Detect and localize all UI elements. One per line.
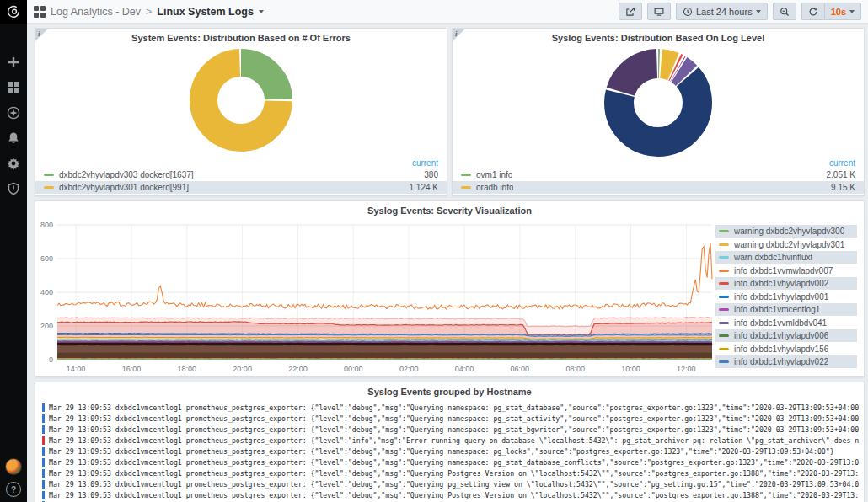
- log-row[interactable]: Mar 29 13:09:53 dxbdc1vmcentlog1 prometh…: [42, 489, 859, 500]
- svg-text:200: 200: [40, 322, 53, 330]
- legend-value: 1.124 K: [410, 183, 438, 192]
- dashboard-grid-icon: [34, 6, 46, 18]
- log-text: Mar 29 13:09:53 dxbdc1vmcentlog1 prometh…: [49, 458, 859, 467]
- graph-legend-item[interactable]: info dxbdc1vhyvlapdv156: [715, 343, 857, 355]
- server-admin-shield-icon[interactable]: [5, 180, 22, 197]
- graph-legend-item[interactable]: warning dxbdc2vhyvlapdv300: [715, 225, 857, 238]
- panel-title[interactable]: Syslog Events grouped by Hostname: [35, 382, 864, 401]
- graph-legend-item[interactable]: info dxbdc1vvmwlapdv007: [715, 264, 857, 277]
- legend-current-header[interactable]: current: [829, 158, 855, 168]
- share-button[interactable]: [619, 3, 642, 20]
- series-label[interactable]: info dxbdc1vmcentlog1: [734, 305, 820, 314]
- legend-row[interactable]: ovm1 info2.051 K: [453, 168, 864, 181]
- timeseries-plot[interactable]: 020040060080014:0016:0018:0020:0022:0000…: [35, 220, 715, 376]
- legend-label[interactable]: dxbdc2vhyvlapdv301 dockerd[991]: [59, 183, 189, 192]
- series-label[interactable]: info dxbdc1vhyvlapdv022: [734, 357, 828, 366]
- legend-row[interactable]: dxbdc2vhyvlapdv301 dockerd[991]1.124 K: [35, 181, 447, 194]
- log-row[interactable]: Mar 29 13:09:53 dxbdc1vmcentlog1 prometh…: [42, 425, 859, 435]
- breadcrumb-folder[interactable]: Log Analytics - Dev: [51, 6, 141, 18]
- svg-text:22:00: 22:00: [288, 365, 308, 373]
- legend-row[interactable]: dxbdc2vhyvlapdv303 dockerd[1637]380: [35, 168, 447, 181]
- series-label[interactable]: info dxbdc1vhyvlapdv156: [734, 344, 828, 354]
- graph-legend-item[interactable]: warning dxbdc2vhyvlapdv301: [715, 238, 857, 251]
- panel-severity-graph: Syslog Events: Severity Visualization 02…: [35, 200, 865, 377]
- graph-legend-item[interactable]: info dxbdc1vhyvlapdv006: [715, 329, 857, 342]
- log-level-bar: [42, 403, 45, 412]
- log-row[interactable]: Mar 29 13:09:53 dxbdc1vmcentlog1 prometh…: [42, 457, 859, 467]
- log-level-bar: [42, 469, 45, 478]
- refresh-button[interactable]: [801, 3, 824, 20]
- log-row[interactable]: Mar 29 13:09:53 dxbdc1vmcentlog1 prometh…: [42, 435, 859, 446]
- series-label[interactable]: warning dxbdc2vhyvlapdv300: [734, 227, 844, 236]
- add-icon[interactable]: [5, 54, 22, 71]
- legend-label[interactable]: ovm1 info: [476, 170, 512, 179]
- grafana-logo[interactable]: [0, 0, 27, 24]
- series-label[interactable]: info dxbdc1vhyvlapdv002: [734, 279, 828, 288]
- legend-label[interactable]: dxbdc2vhyvlapdv303 dockerd[1637]: [59, 170, 194, 179]
- panel-title[interactable]: Syslog Events: Distribution Based On Log…: [453, 29, 864, 47]
- panel-title[interactable]: System Events: Distribution Based on # O…: [35, 29, 447, 47]
- zoom-out-button[interactable]: [773, 3, 796, 20]
- explore-compass-icon[interactable]: [5, 104, 22, 121]
- series-color-dash: [719, 243, 729, 246]
- breadcrumb[interactable]: Log Analytics - Dev > Linux System Logs: [34, 6, 264, 18]
- time-range-label: Last 24 hours: [696, 7, 753, 17]
- graph-legend-item[interactable]: warn dxbdc1hvinfluxt: [715, 251, 857, 264]
- svg-text:04:00: 04:00: [455, 365, 474, 373]
- configuration-gear-icon[interactable]: [5, 155, 22, 172]
- tv-icon: [654, 7, 664, 17]
- alerting-bell-icon[interactable]: [5, 130, 22, 147]
- tv-mode-button[interactable]: [647, 3, 671, 20]
- series-color-dash: [719, 270, 729, 272]
- series-line-info-dxbdc1vhyvlapdv006: [57, 339, 712, 339]
- sidebar: ?: [0, 0, 27, 502]
- legend-label[interactable]: oradb info: [476, 183, 513, 192]
- series-label[interactable]: info dxbdc1vvmwlapdv007: [734, 266, 833, 275]
- legend-current-header[interactable]: current: [412, 158, 438, 168]
- series-label[interactable]: warning dxbdc2vhyvlapdv301: [734, 240, 844, 249]
- breadcrumb-separator: >: [146, 6, 152, 18]
- series-color-dash: [719, 334, 729, 337]
- log-text: Mar 29 13:09:53 dxbdc1vmcentlog1 prometh…: [49, 480, 859, 489]
- svg-text:600: 600: [40, 254, 53, 263]
- user-avatar[interactable]: [5, 458, 22, 475]
- donut-chart-syslog-levels[interactable]: [453, 49, 864, 157]
- svg-text:10:00: 10:00: [621, 365, 640, 373]
- log-text: Mar 29 13:09:53 dxbdc1vmcentlog1 prometh…: [49, 414, 859, 423]
- svg-text:18:00: 18:00: [178, 365, 197, 373]
- svg-text:800: 800: [40, 221, 53, 229]
- donut-chart-system-events[interactable]: [35, 49, 447, 152]
- log-row[interactable]: Mar 29 13:09:53 dxbdc1vmcentlog1 prometh…: [42, 478, 859, 489]
- series-label[interactable]: info dxbdc1vhyvlapdv001: [734, 292, 828, 302]
- series-color-dash: [719, 308, 729, 311]
- graph-legend-item[interactable]: info dxbdc1vhyvlapdv002: [715, 277, 857, 290]
- legend-value: 2.051 K: [827, 170, 855, 179]
- graph-legend-item[interactable]: info dxbdc1vhyvlapdv001: [715, 291, 857, 303]
- graph-legend-item[interactable]: info dxbdc1vmcentlog1: [715, 303, 857, 316]
- log-text: Mar 29 13:09:53 dxbdc1vmcentlog1 prometh…: [49, 469, 859, 478]
- graph-legend-item[interactable]: info dxbdc1vhyvlapdv022: [715, 355, 857, 368]
- log-row[interactable]: Mar 29 13:09:53 dxbdc1vmcentlog1 prometh…: [42, 446, 859, 457]
- svg-text:0: 0: [49, 355, 53, 364]
- chevron-down-icon[interactable]: [259, 10, 264, 13]
- svg-text:08:00: 08:00: [565, 365, 585, 373]
- chevron-down-icon: [756, 10, 761, 13]
- log-level-bar: [42, 458, 45, 467]
- breadcrumb-dashboard[interactable]: Linux System Logs: [157, 6, 254, 18]
- series-label[interactable]: info dxbdc1vvmldbdv041: [734, 318, 827, 328]
- legend-row[interactable]: oradb info9.15 K: [453, 181, 864, 194]
- series-label[interactable]: warn dxbdc1hvinfluxt: [734, 253, 812, 262]
- dashboards-icon[interactable]: [5, 79, 22, 96]
- log-row[interactable]: Mar 29 13:09:53 dxbdc1vmcentlog1 prometh…: [42, 467, 859, 478]
- help-icon[interactable]: ?: [6, 482, 21, 497]
- time-range-picker[interactable]: Last 24 hours: [676, 3, 768, 20]
- log-row[interactable]: Mar 29 13:09:53 dxbdc1vmcentlog1 prometh…: [42, 414, 859, 425]
- graph-legend-item[interactable]: info dxbdc1vvmldbdv041: [715, 317, 857, 329]
- log-row[interactable]: Mar 29 13:09:53 dxbdc1vmcentlog1 prometh…: [42, 403, 859, 414]
- panel-title[interactable]: Syslog Events: Severity Visualization: [35, 201, 864, 220]
- series-label[interactable]: info dxbdc1vhyvlapdv006: [734, 331, 828, 340]
- series-color-dash: [719, 256, 729, 259]
- refresh-interval-dropdown[interactable]: 10s: [824, 3, 861, 20]
- graph-legend: warning dxbdc2vhyvlapdv300warning dxbdc2…: [715, 220, 864, 376]
- refresh-icon: [808, 7, 818, 17]
